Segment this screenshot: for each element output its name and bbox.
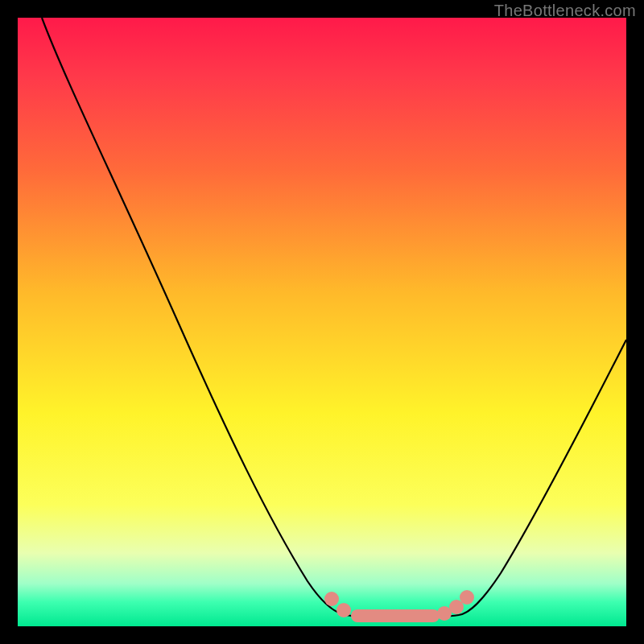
curve-left bbox=[42, 18, 346, 615]
bottleneck-chart bbox=[18, 18, 626, 626]
svg-point-1 bbox=[336, 603, 351, 617]
svg-point-0 bbox=[324, 592, 339, 606]
curve-right bbox=[459, 340, 626, 615]
svg-point-5 bbox=[460, 590, 474, 605]
svg-rect-2 bbox=[351, 609, 440, 622]
highlight-band bbox=[324, 590, 474, 622]
